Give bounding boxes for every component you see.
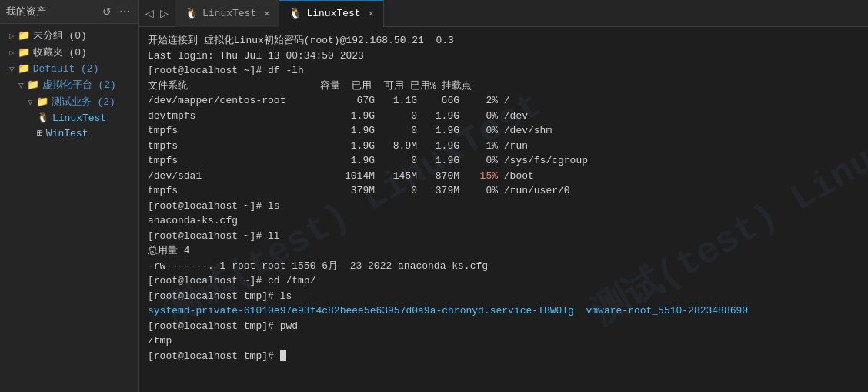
terminal-line: [root@localhost ~]# ls — [148, 199, 859, 214]
sidebar: 我的资产 ↺ ⋯ ▷📁未分组 (0)▷📁收藏夹 (0)▽📁Default (2)… — [0, 0, 139, 392]
tab-close-2[interactable]: ✕ — [369, 8, 374, 19]
tab-close-1[interactable]: ✕ — [264, 8, 269, 19]
terminal-line: 开始连接到 虚拟化Linux初始密码(root)@192.168.50.21 0… — [148, 33, 859, 49]
terminal-line: /tmp — [148, 333, 859, 349]
sidebar-tree-item[interactable]: ▽📁虚拟化平台 (2) — [0, 76, 138, 93]
sidebar-tree-item[interactable]: ⊞WinTest — [0, 126, 138, 141]
sidebar-tree-item[interactable]: 🐧LinuxTest — [0, 110, 138, 126]
sidebar-tree-item[interactable]: ▽📁测试业务 (2) — [0, 93, 138, 110]
terminal-line: [root@localhost ~]# ll — [148, 229, 859, 244]
nav-back-button[interactable]: ◁ — [143, 5, 156, 21]
nav-arrows: ◁ ▷ — [139, 5, 175, 21]
terminal-line: tmpfs1.9G 0 1.9G 0% /dev/shm — [148, 123, 859, 139]
terminal-line: [root@localhost ~]# cd /tmp/ — [148, 273, 859, 289]
tab-linuxtest-2[interactable]: 🐧 LinuxTest ✕ — [279, 0, 383, 27]
terminal-line: anaconda-ks.cfg — [148, 213, 859, 229]
terminal-cursor — [280, 350, 286, 361]
nav-forward-button[interactable]: ▷ — [158, 5, 171, 21]
tab-linuxtest-1[interactable]: 🐧 LinuxTest ✕ — [175, 0, 279, 27]
terminal-line: [root@localhost tmp]# pwd — [148, 319, 859, 334]
terminal-line: devtmpfs1.9G 0 1.9G 0% /dev — [148, 109, 859, 124]
tab-icon-1: 🐧 — [185, 7, 198, 20]
settings-button[interactable]: ⋯ — [118, 5, 132, 18]
refresh-button[interactable]: ↺ — [101, 5, 113, 18]
terminal-line: Last login: Thu Jul 13 00:34:50 2023 — [148, 49, 859, 64]
terminal-line: 总用量 4 — [148, 243, 859, 259]
sidebar-tree: ▷📁未分组 (0)▷📁收藏夹 (0)▽📁Default (2)▽📁虚拟化平台 (… — [0, 24, 138, 392]
sidebar-tree-item[interactable]: ▷📁未分组 (0) — [0, 27, 138, 44]
terminal-active-prompt[interactable]: [root@localhost tmp]# — [148, 349, 859, 364]
terminal-line: [root@localhost tmp]# ls — [148, 289, 859, 304]
sidebar-tree-item[interactable]: ▽📁Default (2) — [0, 61, 138, 76]
tab-label-2: LinuxTest — [306, 8, 360, 19]
tab-icon-2: 🐧 — [289, 7, 302, 20]
terminal-line: /dev/sda11014M 145M 870M 15% /boot — [148, 169, 859, 184]
terminal-line: tmpfs1.9G 8.9M 1.9G 1% /run — [148, 139, 859, 154]
terminal-line: -rw-------. 1 root root 1550 6月 23 2022 … — [148, 259, 859, 274]
terminal-line: [root@localhost ~]# df -lh — [148, 63, 859, 79]
terminal[interactable]: 测试(test) LinuxTest 测试(test) LinuxTest 测试… — [139, 27, 868, 392]
terminal-line: tmpfs1.9G 0 1.9G 0% /sys/fs/cgroup — [148, 153, 859, 169]
terminal-line: systemd-private-61010e97e93f4c82beee5e63… — [148, 303, 859, 319]
sidebar-header: 我的资产 ↺ ⋯ — [0, 0, 138, 24]
sidebar-title: 我的资产 — [6, 5, 46, 18]
terminal-line: /dev/mapper/centos-root67G 1.1G 66G 2% / — [148, 93, 859, 109]
sidebar-header-icons: ↺ ⋯ — [101, 5, 132, 18]
tab-label-1: LinuxTest — [202, 8, 256, 19]
terminal-line: tmpfs379M 0 379M 0% /run/user/0 — [148, 183, 859, 199]
main-panel: ◁ ▷ 🐧 LinuxTest ✕ 🐧 LinuxTest ✕ 测试(test)… — [139, 0, 868, 392]
sidebar-tree-item[interactable]: ▷📁收藏夹 (0) — [0, 44, 138, 61]
terminal-line: 文件系统 容量 已用 可用 已用% 挂载点 — [148, 79, 859, 94]
tab-bar: ◁ ▷ 🐧 LinuxTest ✕ 🐧 LinuxTest ✕ — [139, 0, 868, 27]
